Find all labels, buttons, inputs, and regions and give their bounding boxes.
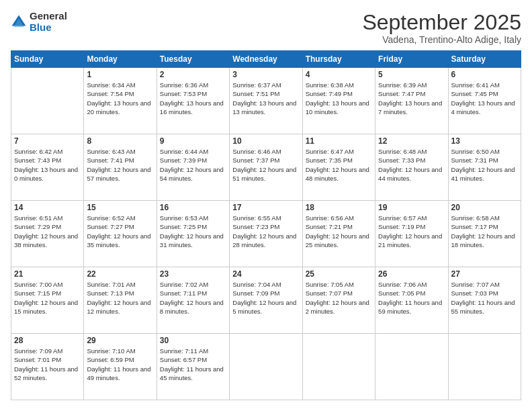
day-number: 14 xyxy=(14,203,81,212)
cell-info: Sunrise: 6:39 AMSunset: 7:47 PMDaylight:… xyxy=(378,81,442,116)
table-row: 29 Sunrise: 7:10 AMSunset: 6:59 PMDaylig… xyxy=(84,334,157,400)
table-row: 20 Sunrise: 6:58 AMSunset: 7:17 PMDaylig… xyxy=(448,201,521,267)
header-row: Sunday Monday Tuesday Wednesday Thursday… xyxy=(11,51,521,68)
col-monday: Monday xyxy=(84,51,157,68)
cell-info: Sunrise: 7:06 AMSunset: 7:05 PMDaylight:… xyxy=(378,281,442,315)
cell-info: Sunrise: 6:51 AMSunset: 7:29 PMDaylight:… xyxy=(14,214,78,248)
calendar-week-2: 14 Sunrise: 6:51 AMSunset: 7:29 PMDaylig… xyxy=(11,201,521,267)
day-number: 25 xyxy=(306,269,372,279)
day-number: 27 xyxy=(451,269,518,279)
day-number: 8 xyxy=(87,136,153,146)
table-row: 23 Sunrise: 7:02 AMSunset: 7:11 PMDaylig… xyxy=(157,267,229,334)
day-number: 17 xyxy=(232,203,299,212)
day-number: 15 xyxy=(87,203,153,212)
header: General Blue September 2025 Vadena, Tren… xyxy=(11,11,521,45)
day-number: 16 xyxy=(160,203,226,212)
col-thursday: Thursday xyxy=(302,51,375,68)
cell-info: Sunrise: 7:10 AMSunset: 6:59 PMDaylight:… xyxy=(87,347,150,381)
title-block: September 2025 Vadena, Trentino-Alto Adi… xyxy=(362,11,521,45)
calendar-week-1: 7 Sunrise: 6:42 AMSunset: 7:43 PMDayligh… xyxy=(11,134,521,201)
day-number: 12 xyxy=(378,136,445,146)
table-row: 26 Sunrise: 7:06 AMSunset: 7:05 PMDaylig… xyxy=(375,267,448,334)
calendar-table: Sunday Monday Tuesday Wednesday Thursday… xyxy=(11,50,521,400)
logo-text: General Blue xyxy=(30,11,67,33)
day-number: 4 xyxy=(306,70,372,79)
table-row: 7 Sunrise: 6:42 AMSunset: 7:43 PMDayligh… xyxy=(11,134,84,201)
table-row: 28 Sunrise: 7:09 AMSunset: 7:01 PMDaylig… xyxy=(11,334,84,400)
day-number: 5 xyxy=(378,70,445,79)
day-number: 28 xyxy=(14,336,81,345)
day-number: 20 xyxy=(451,203,518,212)
col-sunday: Sunday xyxy=(11,51,84,68)
cell-info: Sunrise: 7:11 AMSunset: 6:57 PMDaylight:… xyxy=(160,347,224,381)
day-number: 24 xyxy=(232,269,299,279)
cell-info: Sunrise: 6:48 AMSunset: 7:33 PMDaylight:… xyxy=(378,148,442,182)
table-row: 1 Sunrise: 6:34 AMSunset: 7:54 PMDayligh… xyxy=(84,68,157,134)
day-number: 10 xyxy=(232,136,299,146)
table-row: 11 Sunrise: 6:47 AMSunset: 7:35 PMDaylig… xyxy=(302,134,375,201)
table-row: 15 Sunrise: 6:52 AMSunset: 7:27 PMDaylig… xyxy=(84,201,157,267)
day-number: 21 xyxy=(14,269,81,279)
table-row: 10 Sunrise: 6:46 AMSunset: 7:37 PMDaylig… xyxy=(230,134,302,201)
table-row: 6 Sunrise: 6:41 AMSunset: 7:45 PMDayligh… xyxy=(448,68,521,134)
table-row: 21 Sunrise: 7:00 AMSunset: 7:15 PMDaylig… xyxy=(11,267,84,334)
table-row: 22 Sunrise: 7:01 AMSunset: 7:13 PMDaylig… xyxy=(84,267,157,334)
table-row xyxy=(375,334,448,400)
cell-info: Sunrise: 6:55 AMSunset: 7:23 PMDaylight:… xyxy=(232,214,296,248)
table-row: 3 Sunrise: 6:37 AMSunset: 7:51 PMDayligh… xyxy=(230,68,302,134)
table-row: 27 Sunrise: 7:07 AMSunset: 7:03 PMDaylig… xyxy=(448,267,521,334)
table-row: 13 Sunrise: 6:50 AMSunset: 7:31 PMDaylig… xyxy=(448,134,521,201)
cell-info: Sunrise: 7:07 AMSunset: 7:03 PMDaylight:… xyxy=(451,281,515,315)
calendar-week-3: 21 Sunrise: 7:00 AMSunset: 7:15 PMDaylig… xyxy=(11,267,521,334)
cell-info: Sunrise: 6:42 AMSunset: 7:43 PMDaylight:… xyxy=(14,148,78,182)
main-title: September 2025 xyxy=(362,11,521,34)
cell-info: Sunrise: 7:09 AMSunset: 7:01 PMDaylight:… xyxy=(14,347,78,381)
table-row: 4 Sunrise: 6:38 AMSunset: 7:49 PMDayligh… xyxy=(302,68,375,134)
cell-info: Sunrise: 6:43 AMSunset: 7:41 PMDaylight:… xyxy=(87,148,150,182)
cell-info: Sunrise: 7:01 AMSunset: 7:13 PMDaylight:… xyxy=(87,281,150,315)
day-number: 22 xyxy=(87,269,153,279)
day-number: 13 xyxy=(451,136,518,146)
cell-info: Sunrise: 6:57 AMSunset: 7:19 PMDaylight:… xyxy=(378,214,442,248)
cell-info: Sunrise: 6:36 AMSunset: 7:53 PMDaylight:… xyxy=(160,81,224,116)
day-number: 7 xyxy=(14,136,81,146)
col-wednesday: Wednesday xyxy=(230,51,302,68)
cell-info: Sunrise: 7:04 AMSunset: 7:09 PMDaylight:… xyxy=(232,281,296,315)
table-row: 25 Sunrise: 7:05 AMSunset: 7:07 PMDaylig… xyxy=(302,267,375,334)
table-row xyxy=(448,334,521,400)
day-number: 1 xyxy=(87,70,153,79)
cell-info: Sunrise: 7:00 AMSunset: 7:15 PMDaylight:… xyxy=(14,281,78,315)
table-row: 18 Sunrise: 6:56 AMSunset: 7:21 PMDaylig… xyxy=(302,201,375,267)
day-number: 3 xyxy=(232,70,299,79)
day-number: 18 xyxy=(306,203,372,212)
table-row: 17 Sunrise: 6:55 AMSunset: 7:23 PMDaylig… xyxy=(230,201,302,267)
table-row: 8 Sunrise: 6:43 AMSunset: 7:41 PMDayligh… xyxy=(84,134,157,201)
logo-icon xyxy=(11,14,27,30)
cell-info: Sunrise: 6:52 AMSunset: 7:27 PMDaylight:… xyxy=(87,214,150,248)
day-number: 2 xyxy=(160,70,226,79)
calendar-week-4: 28 Sunrise: 7:09 AMSunset: 7:01 PMDaylig… xyxy=(11,334,521,400)
col-friday: Friday xyxy=(375,51,448,68)
calendar-week-0: 1 Sunrise: 6:34 AMSunset: 7:54 PMDayligh… xyxy=(11,68,521,134)
table-row xyxy=(11,68,84,134)
table-row xyxy=(302,334,375,400)
table-row: 19 Sunrise: 6:57 AMSunset: 7:19 PMDaylig… xyxy=(375,201,448,267)
day-number: 9 xyxy=(160,136,226,146)
table-row: 5 Sunrise: 6:39 AMSunset: 7:47 PMDayligh… xyxy=(375,68,448,134)
cell-info: Sunrise: 6:38 AMSunset: 7:49 PMDaylight:… xyxy=(306,81,369,116)
cell-info: Sunrise: 7:05 AMSunset: 7:07 PMDaylight:… xyxy=(306,281,369,315)
table-row xyxy=(230,334,302,400)
day-number: 23 xyxy=(160,269,226,279)
day-number: 26 xyxy=(378,269,445,279)
cell-info: Sunrise: 6:58 AMSunset: 7:17 PMDaylight:… xyxy=(451,214,515,248)
cell-info: Sunrise: 6:41 AMSunset: 7:45 PMDaylight:… xyxy=(451,81,515,116)
col-tuesday: Tuesday xyxy=(157,51,229,68)
cell-info: Sunrise: 6:50 AMSunset: 7:31 PMDaylight:… xyxy=(451,148,515,182)
table-row: 9 Sunrise: 6:44 AMSunset: 7:39 PMDayligh… xyxy=(157,134,229,201)
cell-info: Sunrise: 6:56 AMSunset: 7:21 PMDaylight:… xyxy=(306,214,369,248)
page: General Blue September 2025 Vadena, Tren… xyxy=(0,0,532,411)
col-saturday: Saturday xyxy=(448,51,521,68)
table-row: 14 Sunrise: 6:51 AMSunset: 7:29 PMDaylig… xyxy=(11,201,84,267)
day-number: 30 xyxy=(160,336,226,345)
cell-info: Sunrise: 6:37 AMSunset: 7:51 PMDaylight:… xyxy=(232,81,296,116)
